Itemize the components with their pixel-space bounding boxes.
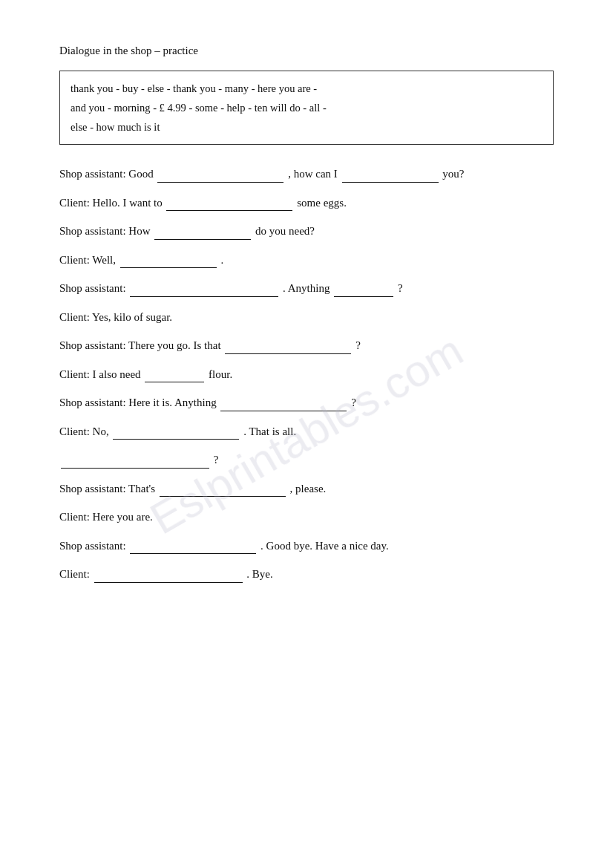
blank-2a bbox=[166, 199, 292, 212]
dialogue-line-15: Client: . Bye. bbox=[59, 566, 554, 583]
speaker-9: Shop assistant: Here it is. Anything bbox=[59, 397, 219, 408]
dialogue-line-8: Client: I also need flour. bbox=[59, 366, 554, 383]
speaker-13: Client: Here you are. bbox=[59, 511, 153, 523]
speaker-1: Shop assistant: Good bbox=[59, 168, 156, 180]
dialogue-line-5: Shop assistant: . Anything ? bbox=[59, 280, 554, 297]
dialogue-line-14: Shop assistant: . Good bye. Have a nice … bbox=[59, 538, 554, 555]
page-title: Dialogue in the shop – practice bbox=[59, 45, 554, 57]
dialogue-line-2: Client: Hello. I want to some eggs. bbox=[59, 195, 554, 212]
word-box: thank you - buy - else - thank you - man… bbox=[59, 71, 554, 145]
text-2b: some eggs. bbox=[297, 197, 347, 209]
text-12b: , please. bbox=[290, 483, 327, 495]
text-8b: flour. bbox=[209, 368, 232, 380]
blank-8a bbox=[145, 371, 204, 383]
speaker-6: Client: Yes, kilo of sugar. bbox=[59, 311, 172, 323]
blank-15a bbox=[94, 570, 243, 583]
dialogue-section: Shop assistant: Good , how can I you? Cl… bbox=[59, 166, 554, 583]
blank-7a bbox=[225, 342, 351, 354]
dialogue-line-1: Shop assistant: Good , how can I you? bbox=[59, 166, 554, 183]
word-box-line2: and you - morning - £ 4.99 - some - help… bbox=[71, 98, 542, 117]
blank-1a bbox=[157, 170, 283, 183]
text-14b: . Good bye. Have a nice day. bbox=[260, 540, 389, 552]
text-1c: you? bbox=[442, 168, 464, 180]
word-box-line3: else - how much is it bbox=[71, 117, 542, 137]
speaker-8: Client: I also need bbox=[59, 368, 143, 380]
speaker-3: Shop assistant: How bbox=[59, 225, 153, 237]
blank-12a bbox=[160, 485, 286, 497]
blank-5a bbox=[130, 284, 278, 297]
speaker-15: Client: bbox=[59, 568, 93, 580]
dialogue-line-9: Shop assistant: Here it is. Anything ? bbox=[59, 394, 554, 411]
dialogue-line-6: Client: Yes, kilo of sugar. bbox=[59, 309, 554, 326]
dialogue-line-4: Client: Well, . bbox=[59, 252, 554, 269]
speaker-14: Shop assistant: bbox=[59, 540, 128, 552]
blank-4a bbox=[120, 256, 217, 269]
text-11b: ? bbox=[214, 454, 219, 466]
blank-3a bbox=[154, 227, 251, 240]
speaker-5: Shop assistant: bbox=[59, 282, 128, 294]
speaker-10: Client: No, bbox=[59, 425, 111, 437]
dialogue-line-10: Client: No, . That is all. bbox=[59, 423, 554, 440]
text-10b: . That is all. bbox=[243, 425, 296, 437]
speaker-2: Client: Hello. I want to bbox=[59, 197, 165, 209]
blank-9a bbox=[220, 399, 347, 411]
dialogue-line-12: Shop assistant: That's , please. bbox=[59, 480, 554, 497]
text-3b: do you need? bbox=[255, 225, 315, 237]
text-5c: ? bbox=[398, 282, 403, 294]
blank-14a bbox=[130, 542, 256, 555]
text-9b: ? bbox=[351, 397, 356, 408]
dialogue-line-11: ? bbox=[59, 451, 554, 469]
dialogue-line-7: Shop assistant: There you go. Is that ? bbox=[59, 337, 554, 354]
blank-1b bbox=[342, 170, 439, 183]
speaker-12: Shop assistant: That's bbox=[59, 483, 158, 495]
blank-10a bbox=[113, 428, 239, 440]
text-4b: . bbox=[221, 254, 224, 266]
dialogue-line-13: Client: Here you are. bbox=[59, 509, 554, 526]
text-15b: . Bye. bbox=[246, 568, 272, 580]
speaker-7: Shop assistant: There you go. Is that bbox=[59, 339, 223, 351]
text-5b: . Anything bbox=[283, 282, 332, 294]
speaker-4: Client: Well, bbox=[59, 254, 119, 266]
blank-5b bbox=[334, 284, 393, 297]
text-1b: , how can I bbox=[288, 168, 340, 180]
blank-11a bbox=[61, 456, 209, 469]
dialogue-line-3: Shop assistant: How do you need? bbox=[59, 223, 554, 240]
word-box-line1: thank you - buy - else - thank you - man… bbox=[71, 79, 542, 98]
text-7b: ? bbox=[355, 339, 361, 351]
